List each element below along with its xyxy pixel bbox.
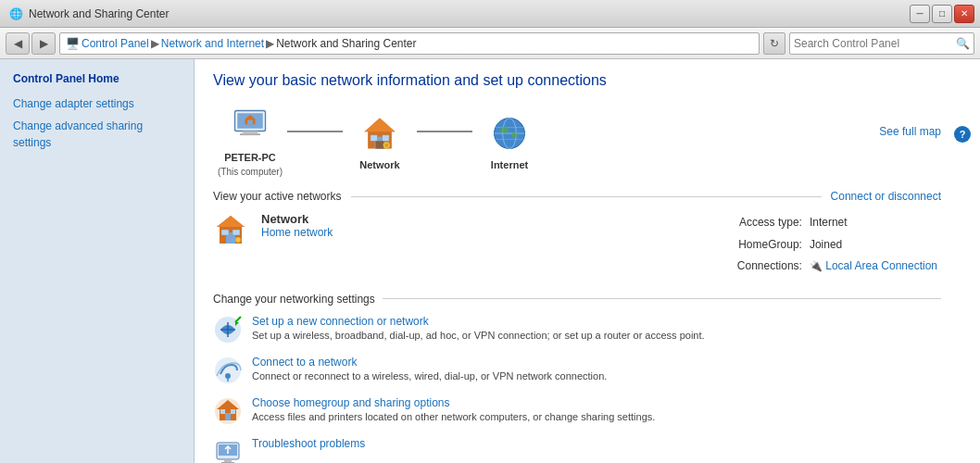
- main-window: Control Panel Home Change adapter settin…: [0, 59, 980, 463]
- homegroup-label: HomeGroup:: [734, 234, 806, 257]
- content-area: View your basic network information and …: [195, 59, 960, 463]
- svg-rect-40: [231, 409, 235, 414]
- setting-title-homegroup[interactable]: Choose homegroup and sharing options: [252, 396, 655, 409]
- refresh-button[interactable]: ↻: [763, 32, 785, 55]
- setting-homegroup: Choose homegroup and sharing options Acc…: [213, 396, 941, 426]
- svg-rect-12: [375, 141, 383, 148]
- globe-icon: [487, 111, 532, 156]
- setting-troubleshoot: Troubleshoot problems: [213, 437, 941, 463]
- setting-title-troubleshoot[interactable]: Troubleshoot problems: [252, 437, 365, 450]
- settings-section-header: Change your networking settings: [213, 293, 941, 306]
- setting-desc-new-connection: Set up a wireless, broadband, dial-up, a…: [252, 330, 705, 341]
- svg-rect-43: [224, 459, 232, 462]
- close-button[interactable]: ✕: [954, 5, 974, 23]
- title-bar-text: Network and Sharing Center: [29, 7, 169, 20]
- title-bar-icon: 🌐: [9, 7, 23, 20]
- sidebar-title: Control Panel Home: [0, 69, 194, 93]
- svg-rect-14: [385, 144, 389, 147]
- node-network-label: Network: [359, 159, 399, 170]
- breadcrumb: 🖥️ Control Panel ▶ Network and Internet …: [59, 32, 760, 55]
- search-bar: 🔍: [789, 32, 974, 55]
- setting-text-connect-network: Connect to a network Connect or reconnec…: [252, 356, 607, 382]
- active-networks-section: View your active networks Connect or dis…: [213, 190, 941, 278]
- connector-1: [287, 131, 343, 132]
- svg-point-21: [511, 132, 518, 138]
- network-icon: [213, 212, 248, 250]
- setting-new-connection: Set up a new connection or network Set u…: [213, 315, 941, 344]
- setting-desc-homegroup: Access files and printers located on oth…: [252, 411, 655, 422]
- setting-title-new-connection[interactable]: Set up a new connection or network: [252, 315, 705, 328]
- active-networks-label: View your active networks: [213, 190, 342, 203]
- active-network-row: Network Home network Access type: Intern…: [213, 212, 941, 278]
- network-map: PETER-PC (This computer): [213, 104, 941, 177]
- connect-disconnect-link[interactable]: Connect or disconnect: [831, 190, 941, 203]
- svg-rect-11: [383, 134, 389, 140]
- connections-value: 🔌 Local Area Connection: [806, 256, 941, 278]
- setting-title-connect-network[interactable]: Connect to a network: [252, 356, 607, 369]
- node-computer-label: PETER-PC: [224, 152, 276, 163]
- setting-desc-connect-network: Connect or reconnect to a wireless, wire…: [252, 370, 607, 382]
- search-input[interactable]: [794, 37, 952, 50]
- setting-icon-connect-network: [213, 356, 243, 385]
- forward-button[interactable]: ▶: [31, 32, 56, 55]
- connections-label: Connections:: [734, 256, 806, 278]
- maximize-button[interactable]: □: [932, 5, 952, 23]
- svg-rect-39: [220, 409, 225, 414]
- svg-point-27: [235, 237, 241, 243]
- active-network-type[interactable]: Home network: [261, 226, 333, 239]
- section-divider-1: [351, 196, 822, 197]
- node-computer-sublabel: (This computer): [218, 167, 283, 177]
- network-details: Access type: Internet HomeGroup: Joined …: [734, 212, 941, 278]
- network-house-icon: [358, 111, 402, 156]
- node-internet-label: Internet: [491, 159, 528, 170]
- homegroup-value[interactable]: Joined: [806, 234, 941, 257]
- breadcrumb-link-control-panel[interactable]: Control Panel: [82, 37, 149, 50]
- connection-icon: 🔌: [810, 260, 823, 271]
- breadcrumb-current: Network and Sharing Center: [276, 37, 416, 50]
- svg-marker-23: [217, 216, 245, 227]
- see-full-map-link[interactable]: See full map: [879, 125, 941, 138]
- node-network: Network: [343, 111, 417, 170]
- svg-rect-10: [371, 134, 377, 140]
- help-button[interactable]: ?: [954, 126, 971, 143]
- node-computer: PETER-PC (This computer): [213, 104, 287, 177]
- setting-connect-network: Connect to a network Connect or reconnec…: [213, 356, 941, 385]
- svg-rect-4: [243, 131, 258, 134]
- setting-icon-homegroup: [213, 396, 243, 426]
- search-icon[interactable]: 🔍: [956, 37, 970, 50]
- settings-section: Change your networking settings: [213, 293, 941, 463]
- setting-text-new-connection: Set up a new connection or network Set u…: [252, 315, 705, 341]
- window-controls: ─ □ ✕: [910, 5, 974, 23]
- back-button[interactable]: ◀: [6, 32, 30, 55]
- breadcrumb-link-network-internet[interactable]: Network and Internet: [161, 37, 264, 50]
- svg-point-20: [500, 126, 509, 132]
- breadcrumb-icon: 🖥️: [66, 37, 80, 50]
- title-bar-left: 🌐 Network and Sharing Center: [9, 7, 169, 20]
- connector-2: [417, 131, 472, 132]
- network-info: Network Home network: [261, 212, 333, 239]
- svg-rect-5: [240, 133, 260, 135]
- section-divider-2: [383, 298, 941, 299]
- access-type-label: Access type:: [734, 212, 806, 234]
- setting-icon-troubleshoot: [213, 437, 243, 463]
- sidebar-item-change-advanced[interactable]: Change advanced sharing settings: [0, 115, 194, 154]
- setting-icon-new-connection: [213, 315, 243, 344]
- svg-rect-3: [247, 120, 253, 125]
- svg-rect-25: [221, 230, 229, 235]
- svg-rect-26: [232, 230, 240, 235]
- svg-marker-7: [365, 118, 396, 131]
- setting-text-troubleshoot: Troubleshoot problems: [252, 437, 365, 450]
- active-networks-header: View your active networks Connect or dis…: [213, 190, 941, 203]
- access-type-value: Internet: [806, 212, 941, 234]
- nav-buttons: ◀ ▶: [6, 32, 56, 55]
- address-bar: ◀ ▶ 🖥️ Control Panel ▶ Network and Inter…: [0, 28, 980, 59]
- node-internet: Internet: [472, 111, 547, 170]
- setting-text-homegroup: Choose homegroup and sharing options Acc…: [252, 396, 655, 422]
- help-icon-label: ?: [960, 129, 966, 140]
- svg-line-32: [235, 317, 241, 322]
- computer-icon: [228, 104, 272, 148]
- sidebar-item-change-adapter[interactable]: Change adapter settings: [0, 93, 194, 115]
- minimize-button[interactable]: ─: [910, 5, 930, 23]
- connection-link[interactable]: Local Area Connection: [825, 259, 937, 272]
- active-network-name: Network: [261, 212, 333, 226]
